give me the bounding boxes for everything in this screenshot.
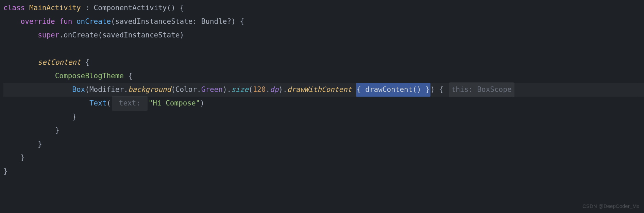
fn-size: size	[231, 83, 249, 97]
hint-text-param: text:	[112, 96, 148, 111]
code-line-4-empty[interactable]	[3, 42, 644, 56]
keyword-super: super	[38, 29, 59, 42]
color-green: Green	[201, 83, 223, 97]
param-name: savedInstanceState	[115, 15, 193, 29]
code-line-7-highlighted[interactable]: Box(Modifier.background(Color.Green).siz…	[3, 83, 644, 97]
type-bundle: Bundle?	[201, 15, 232, 29]
fn-text: Text	[89, 97, 107, 110]
fn-drawcontent: drawContent	[365, 85, 412, 94]
code-line-9[interactable]: }	[3, 110, 644, 124]
watermark: CSDN @DeepCoder_Mx	[582, 201, 639, 211]
code-line-12[interactable]: }	[3, 151, 644, 165]
fn-background: background	[128, 83, 171, 97]
keyword-override: override	[21, 15, 55, 29]
code-line-1[interactable]: class MainActivity : ComponentActivity()…	[3, 1, 644, 15]
code-line-11[interactable]: }	[3, 137, 644, 151]
code-line-8[interactable]: Text( text: "Hi Compose")	[3, 97, 644, 110]
fn-drawwithcontent: drawWithContent	[287, 83, 352, 97]
prop-dp: dp	[270, 83, 278, 97]
code-line-2[interactable]: override fun onCreate(savedInstanceState…	[3, 15, 644, 29]
code-line-13[interactable]: }	[3, 165, 644, 178]
selection-highlight: { drawContent() }	[356, 83, 430, 97]
fn-oncreate: onCreate	[77, 15, 111, 29]
code-line-6[interactable]: ComposeBlogTheme {	[3, 69, 644, 83]
modifier-class: Modifier	[89, 83, 124, 97]
compose-theme: ComposeBlogTheme	[55, 69, 124, 83]
string-literal: "Hi Compose"	[149, 97, 200, 110]
fn-super-oncreate: onCreate	[64, 29, 98, 42]
code-line-3[interactable]: super.onCreate(savedInstanceState)	[3, 29, 644, 42]
code-line-5[interactable]: setContent {	[3, 56, 644, 69]
color-class: Color	[175, 83, 197, 97]
fn-box: Box	[72, 83, 85, 97]
keyword-fun: fun	[55, 15, 77, 29]
parent-class: ComponentActivity	[94, 1, 167, 15]
number-120: 120	[253, 83, 266, 97]
class-name: MainActivity	[29, 1, 81, 15]
code-editor[interactable]: class MainActivity : ComponentActivity()…	[0, 1, 644, 178]
hint-boxscope: this: BoxScope	[449, 82, 514, 97]
keyword-class: class	[3, 1, 25, 15]
fn-setcontent: setContent	[38, 56, 81, 69]
code-line-10[interactable]: }	[3, 124, 644, 137]
